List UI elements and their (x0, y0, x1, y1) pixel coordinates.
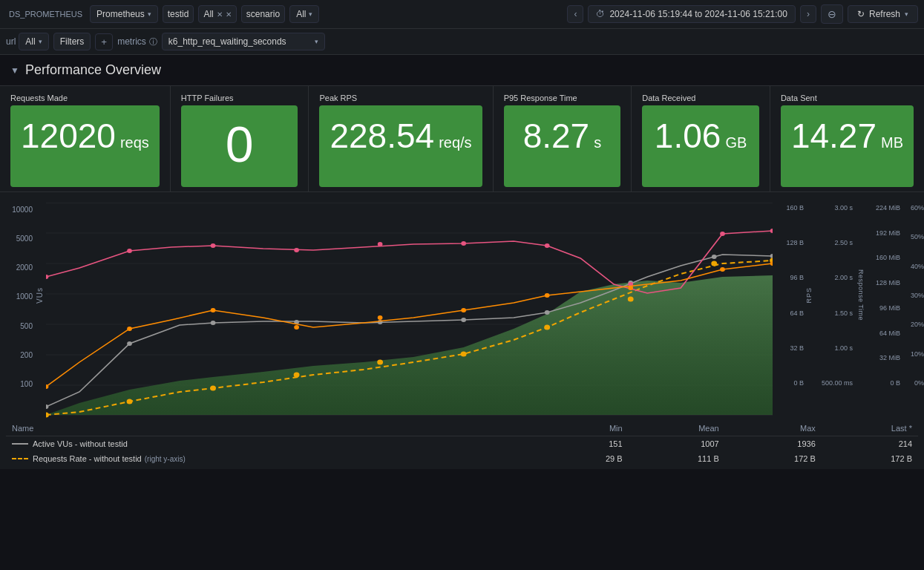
stat-card-label-4: Data Received (642, 94, 759, 102)
svg-point-45 (628, 286, 633, 290)
info-icon[interactable]: ⓘ (149, 36, 157, 48)
svg-point-43 (461, 308, 466, 312)
svg-point-14 (545, 310, 550, 315)
stat-value-3: 8.27 (523, 119, 590, 153)
ds-label: DS_PROMETHEUS (6, 10, 85, 19)
legend-col-min: Min (545, 421, 628, 436)
time-nav-right[interactable]: › (800, 5, 816, 23)
svg-point-10 (211, 321, 216, 325)
url-filter-label: url (6, 36, 16, 47)
svg-point-30 (211, 243, 216, 248)
svg-point-22 (377, 360, 383, 365)
svg-point-46 (720, 267, 725, 272)
stat-unit-4: GB (725, 134, 747, 151)
legend-name-1: Requests Rate - without testid (right y-… (12, 454, 539, 463)
stat-value-1: 0 (226, 119, 254, 169)
svg-point-17 (770, 254, 773, 258)
stat-unit-3: s (594, 134, 601, 151)
add-filter-button[interactable]: + (95, 33, 113, 50)
svg-point-25 (628, 297, 634, 302)
section-toggle-icon: ▼ (10, 65, 19, 76)
stat-card-data-received: Data Received 1.06 GB (632, 86, 770, 191)
svg-point-26 (711, 261, 717, 266)
svg-point-42 (378, 315, 383, 320)
svg-point-44 (545, 293, 550, 298)
refresh-button[interactable]: ↻ Refresh ▾ (848, 5, 918, 23)
stat-unit-2: req/s (439, 134, 471, 151)
stat-card-peak-rps: Peak RPS 228.54 req/s (309, 86, 493, 191)
metrics-dropdown[interactable]: k6_http_req_waiting_seconds ▾ (162, 33, 325, 50)
stat-card-requests: Requests Made 12020 reqs (0, 86, 171, 191)
time-range-selector[interactable]: ⏱ 2024-11-06 15:19:44 to 2024-11-06 15:2… (588, 5, 796, 23)
legend-line-gray (12, 443, 28, 445)
all-tag[interactable]: All ✕ ✕ (198, 5, 236, 23)
y-axis-label: 10000 (0, 206, 33, 214)
stat-card-value-5: 14.27 MB (781, 105, 914, 187)
stat-value-2: 228.54 (330, 119, 434, 153)
stat-card-label-2: Peak RPS (319, 94, 482, 102)
chevron-down-icon4: ▾ (39, 38, 42, 45)
table-row: Active VUs - without testid 151 1007 193… (6, 436, 918, 452)
stat-value-5: 14.27 (791, 119, 877, 153)
stat-card-value-1: 0 (181, 105, 298, 187)
svg-point-9 (127, 341, 132, 346)
stat-card-value-3: 8.27 s (504, 105, 621, 187)
svg-point-39 (127, 327, 132, 331)
scenario-tag: scenario (241, 5, 285, 23)
chevron-down-icon3: ▾ (905, 10, 908, 18)
chart-wrapper: 10000 5000 2000 1000 500 200 100 VUs (0, 191, 924, 469)
stat-card-label-1: HTTP Failures (181, 94, 298, 102)
svg-point-31 (294, 248, 299, 252)
stat-cards-row: Requests Made 12020 reqs HTTP Failures 0… (0, 85, 924, 191)
legend-col-last: Last * (822, 421, 918, 436)
scenario-all-dropdown[interactable]: All ▾ (289, 5, 319, 23)
metrics-filter-group: metrics ⓘ (117, 36, 157, 48)
metrics-filter-label: metrics (117, 36, 146, 47)
refresh-icon: ↻ (857, 9, 865, 19)
page-title: Performance Overview (25, 62, 161, 78)
chevron-down-icon5: ▾ (315, 38, 318, 45)
vus-axis-label: VUs (36, 287, 46, 304)
chevron-down-icon2: ▾ (309, 10, 312, 18)
svg-point-13 (461, 318, 466, 322)
svg-point-37 (770, 229, 773, 233)
legend-line-dashed-orange (12, 458, 28, 459)
svg-point-40 (211, 308, 216, 312)
stat-value-4: 1.06 (655, 119, 721, 153)
stat-card-value-2: 228.54 req/s (319, 105, 482, 187)
legend-col-mean: Mean (629, 421, 725, 436)
stat-card-label-0: Requests Made (10, 94, 160, 102)
prometheus-dropdown[interactable]: Prometheus ▾ (90, 5, 158, 23)
table-row: Requests Rate - without testid (right y-… (6, 451, 918, 466)
url-all-dropdown[interactable]: All ▾ (19, 33, 48, 50)
zoom-button[interactable]: ⊖ (821, 4, 843, 24)
svg-point-36 (720, 232, 725, 236)
stat-card-http-failures: HTTP Failures 0 (171, 86, 309, 191)
time-nav-left[interactable]: ‹ (567, 5, 583, 23)
clock-icon: ⏱ (596, 9, 605, 19)
svg-point-28 (46, 275, 48, 279)
time-range-text: 2024-11-06 15:19:44 to 2024-11-06 15:21:… (609, 9, 787, 19)
svg-point-16 (712, 255, 717, 259)
stat-unit-0: reqs (120, 134, 149, 151)
performance-overview-section[interactable]: ▼ Performance Overview (0, 55, 924, 85)
main-chart-svg: 15:19:50 15:20:00 15:20:10 15:20:20 15:2… (46, 203, 773, 418)
svg-point-21 (294, 373, 300, 378)
filters-button[interactable]: Filters (53, 33, 91, 50)
url-filter-group: url All ▾ (6, 33, 49, 50)
svg-point-41 (294, 325, 299, 330)
chevron-down-icon: ▾ (148, 10, 151, 18)
stat-card-value-4: 1.06 GB (642, 105, 759, 187)
svg-point-24 (544, 325, 550, 330)
legend-col-name: Name (6, 421, 545, 436)
remove-tag2-icon[interactable]: ✕ (226, 10, 232, 19)
remove-tag-icon[interactable]: ✕ (217, 10, 223, 19)
svg-point-19 (127, 399, 133, 404)
svg-point-32 (378, 242, 383, 246)
svg-point-33 (461, 241, 466, 246)
testid-tag: testid (163, 5, 194, 23)
filter-bar: url All ▾ Filters + metrics ⓘ k6_http_re… (0, 29, 924, 55)
stat-unit-5: MB (881, 134, 903, 151)
legend-table: Name Min Mean Max Last * Active VUs - wi… (0, 418, 924, 469)
top-bar: DS_PROMETHEUS Prometheus ▾ testid All ✕ … (0, 0, 924, 29)
